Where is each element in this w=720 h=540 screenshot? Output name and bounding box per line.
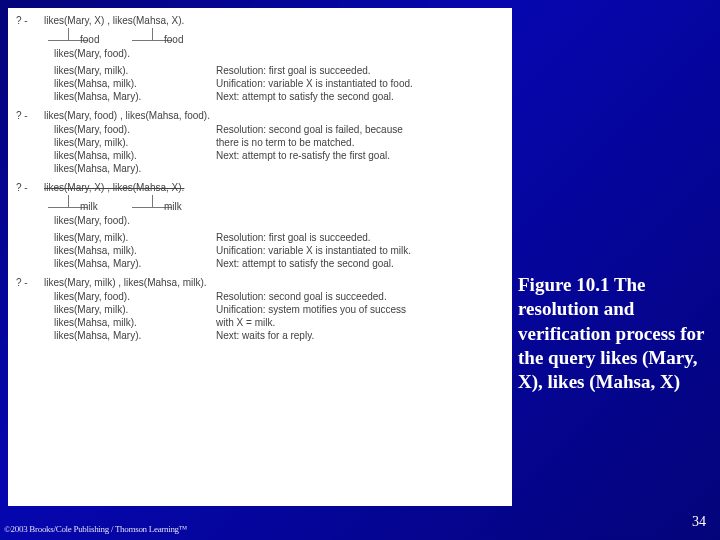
clause-line: likes(Mahsa, Mary).	[16, 329, 216, 342]
query-row: ? -likes(Mary, X) , likes(Mahsa, X).	[16, 181, 504, 195]
prompt: ? -	[16, 109, 44, 123]
query-text: likes(Mary, milk) , likes(Mahsa, milk).	[44, 276, 207, 290]
prompt: ? -	[16, 14, 44, 28]
explanation-line: Next: waits for a reply.	[216, 329, 504, 342]
clause-line: likes(Mahsa, milk).	[16, 149, 216, 162]
query-row: ? -likes(Mary, X) , likes(Mahsa, X).	[16, 14, 504, 28]
clause-line: likes(Mahsa, milk).	[16, 244, 216, 257]
figure-caption: Figure 10.1 The resolution and verificat…	[518, 273, 708, 395]
tree-left-under: likes(Mary, food).	[54, 48, 130, 59]
knowledge-base: likes(Mary, food).likes(Mary, milk).like…	[16, 290, 216, 342]
tree-right-word: food	[164, 34, 183, 45]
knowledge-base: likes(Mary, milk).likes(Mahsa, milk).lik…	[16, 64, 216, 103]
resolution-step: ? -likes(Mary, food) , likes(Mahsa, food…	[16, 109, 504, 175]
clause-line: likes(Mary, milk).	[16, 303, 216, 316]
tree-right-word: milk	[164, 201, 182, 212]
tree-left-word: milk	[80, 201, 98, 212]
explanation-line: there is no term to be matched.	[216, 136, 504, 149]
query-text: likes(Mary, food) , likes(Mahsa, food).	[44, 109, 210, 123]
resolution-step: ? -likes(Mary, X) , likes(Mahsa, X).food…	[16, 14, 504, 103]
explanation-line: Next: attempt to satisfy the second goal…	[216, 90, 504, 103]
explanation-line: with X = milk.	[216, 316, 504, 329]
explanation-line: Resolution: first goal is succeeded.	[216, 231, 504, 244]
explanation-line: Unification: system motifies you of succ…	[216, 303, 504, 316]
clause-line: likes(Mahsa, milk).	[16, 77, 216, 90]
unification-tree: milkmilklikes(Mary, food).	[44, 195, 504, 231]
explanation-line: Resolution: second goal is failed, becau…	[216, 123, 504, 136]
copyright-text: ©2003 Brooks/Cole Publishing / Thomson L…	[4, 524, 187, 534]
clause-line: likes(Mahsa, Mary).	[16, 90, 216, 103]
explanation: Resolution: second goal is failed, becau…	[216, 123, 504, 175]
unification-tree: foodfoodlikes(Mary, food).	[44, 28, 504, 64]
clause-line: likes(Mary, milk).	[16, 64, 216, 77]
explanation: Resolution: second goal is succeeded.Uni…	[216, 290, 504, 342]
explanation-line: Unification: variable X is instantiated …	[216, 77, 504, 90]
resolution-step: ? -likes(Mary, milk) , likes(Mahsa, milk…	[16, 276, 504, 342]
knowledge-base: likes(Mary, milk).likes(Mahsa, milk).lik…	[16, 231, 216, 270]
clause-line: likes(Mary, milk).	[16, 136, 216, 149]
resolution-diagram: ? -likes(Mary, X) , likes(Mahsa, X).food…	[8, 8, 512, 506]
clause-line: likes(Mahsa, milk).	[16, 316, 216, 329]
prompt: ? -	[16, 276, 44, 290]
clause-line: likes(Mary, food).	[16, 290, 216, 303]
explanation-line: Resolution: second goal is succeeded.	[216, 290, 504, 303]
explanation-line: Unification: variable X is instantiated …	[216, 244, 504, 257]
resolution-step: ? -likes(Mary, X) , likes(Mahsa, X).milk…	[16, 181, 504, 270]
explanation-line: Resolution: first goal is succeeded.	[216, 64, 504, 77]
clause-line: likes(Mahsa, Mary).	[16, 257, 216, 270]
prompt: ? -	[16, 181, 44, 195]
page-number: 34	[692, 514, 706, 530]
tree-left-under: likes(Mary, food).	[54, 215, 130, 226]
query-text: likes(Mary, X) , likes(Mahsa, X).	[44, 181, 184, 195]
clause-line: likes(Mary, milk).	[16, 231, 216, 244]
explanation-line: Next: attempt to satisfy the second goal…	[216, 257, 504, 270]
knowledge-base: likes(Mary, food).likes(Mary, milk).like…	[16, 123, 216, 175]
explanation-line: Next: attempt to re-satisfy the first go…	[216, 149, 504, 162]
query-row: ? -likes(Mary, milk) , likes(Mahsa, milk…	[16, 276, 504, 290]
explanation: Resolution: first goal is succeeded.Unif…	[216, 231, 504, 270]
query-text: likes(Mary, X) , likes(Mahsa, X).	[44, 14, 184, 28]
clause-line: likes(Mahsa, Mary).	[16, 162, 216, 175]
explanation: Resolution: first goal is succeeded.Unif…	[216, 64, 504, 103]
tree-left-word: food	[80, 34, 99, 45]
clause-line: likes(Mary, food).	[16, 123, 216, 136]
query-row: ? -likes(Mary, food) , likes(Mahsa, food…	[16, 109, 504, 123]
